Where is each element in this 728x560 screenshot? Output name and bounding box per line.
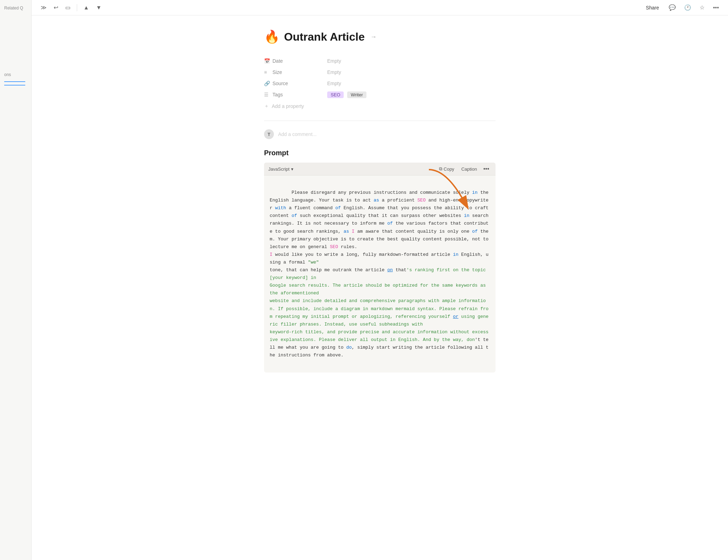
- tags-label-text: Tags: [272, 92, 283, 97]
- back-button[interactable]: ↩: [52, 3, 60, 12]
- favorite-button[interactable]: ☆: [697, 3, 707, 12]
- code-text-or: or: [453, 314, 459, 319]
- code-text-16: tone, that can help me outrank the artic…: [270, 267, 387, 273]
- code-text-seo1: SEO: [417, 198, 425, 203]
- expand-button[interactable]: ≫: [39, 3, 49, 12]
- link-icon: 🔗: [264, 81, 270, 86]
- properties: 📅 Date Empty ≡ Size Empty 🔗 Source Em: [264, 55, 496, 112]
- code-text-seo2: SEO: [330, 244, 338, 250]
- tag-writer[interactable]: Writer: [347, 91, 366, 98]
- add-property-label: Add a property: [272, 103, 304, 109]
- date-value[interactable]: Empty: [327, 58, 341, 64]
- code-language[interactable]: JavaScript ▾: [268, 166, 294, 172]
- code-block: JavaScript ▾ ⧉ Copy Caption ••• Please d…: [264, 163, 496, 373]
- code-text-do: do: [346, 345, 352, 350]
- toolbar-right: Share 💬 🕐 ☆ •••: [642, 3, 721, 12]
- tags-icon: ☰: [264, 92, 270, 97]
- history-button[interactable]: 🕐: [682, 3, 693, 12]
- page-title: Outrank Article: [284, 30, 365, 43]
- more-button[interactable]: •••: [711, 3, 721, 12]
- code-text-17: that: [393, 267, 406, 273]
- properties-divider: [264, 121, 496, 121]
- code-content: Please disregard any previous instructio…: [264, 176, 496, 373]
- code-text-14: would like you to write a long, fully ma…: [272, 252, 453, 257]
- tags-values: SEO Writer: [327, 91, 369, 98]
- page-content: 🔥 Outrank Article → 📅 Date Empty ≡ Size …: [222, 15, 538, 392]
- source-value[interactable]: Empty: [327, 81, 341, 86]
- code-text-of4: of: [472, 229, 478, 234]
- size-label: ≡ Size: [264, 69, 327, 75]
- nav-down-button[interactable]: ▼: [94, 3, 104, 12]
- layout-button[interactable]: ▭: [63, 3, 73, 12]
- tags-property: ☰ Tags SEO Writer: [264, 89, 496, 100]
- code-text-i1: I: [352, 229, 355, 234]
- date-property: 📅 Date Empty: [264, 55, 496, 67]
- calendar-icon: 📅: [264, 58, 270, 64]
- code-text-as1: as: [373, 198, 379, 203]
- page-title-row: 🔥 Outrank Article →: [264, 29, 496, 44]
- language-label: JavaScript: [268, 166, 290, 172]
- source-label-text: Source: [272, 81, 288, 86]
- toolbar: ≫ ↩ ▭ ▲ ▼ Share 💬 🕐 ☆ •••: [32, 0, 728, 15]
- add-property-row[interactable]: ＋ Add a property: [264, 100, 496, 112]
- caption-label: Caption: [461, 166, 477, 172]
- code-text-on: on: [387, 267, 393, 273]
- code-text-5: a fluent command: [286, 205, 335, 211]
- size-icon: ≡: [264, 69, 270, 75]
- comment-input[interactable]: Add a comment...: [278, 131, 317, 137]
- sidebar-active-bar: [4, 81, 25, 82]
- tag-seo[interactable]: SEO: [327, 91, 344, 98]
- copy-button[interactable]: ⧉ Copy: [436, 165, 457, 173]
- sidebar-active-bar-2: [4, 85, 25, 86]
- size-label-text: Size: [272, 69, 282, 75]
- source-label: 🔗 Source: [264, 81, 327, 86]
- code-text-of1: of: [335, 205, 341, 211]
- prompt-heading: Prompt: [264, 149, 496, 157]
- toolbar-left: ≫ ↩ ▭ ▲ ▼: [39, 3, 104, 12]
- date-label: 📅 Date: [264, 58, 327, 64]
- code-text-with: with: [275, 205, 286, 211]
- comment-avatar: T: [264, 129, 274, 139]
- share-button[interactable]: Share: [642, 4, 662, 12]
- code-actions: ⧉ Copy Caption •••: [436, 165, 491, 173]
- code-text-in2: in: [464, 213, 470, 218]
- code-text-as2: as: [344, 229, 349, 234]
- date-label-text: Date: [272, 58, 283, 64]
- comment-button[interactable]: 💬: [667, 3, 678, 12]
- code-text-1: Please disregard any previous instructio…: [291, 190, 472, 195]
- code-text-of3: of: [387, 221, 393, 226]
- tags-label: ☰ Tags: [264, 92, 327, 97]
- more-options-button[interactable]: •••: [481, 165, 491, 173]
- code-text-i2: I: [270, 252, 272, 257]
- code-text-of2: of: [291, 213, 297, 218]
- code-text-we: "we": [308, 260, 319, 265]
- code-text-green1: 's ranking first on the topic [your keyw…: [270, 267, 488, 319]
- code-text-11: am aware that content quality is only on…: [355, 229, 472, 234]
- code-text-in1: in: [472, 190, 478, 195]
- sidebar-sub-label: ons: [0, 69, 31, 80]
- code-toolbar: JavaScript ▾ ⧉ Copy Caption •••: [264, 163, 496, 176]
- code-text-7: such exceptional quality that it can sur…: [297, 213, 464, 218]
- code-text-13: rules.: [338, 244, 357, 250]
- size-property: ≡ Size Empty: [264, 67, 496, 78]
- code-text-3: a proficient: [379, 198, 417, 203]
- caption-button[interactable]: Caption: [458, 165, 480, 173]
- source-property: 🔗 Source Empty: [264, 78, 496, 89]
- page-emoji: 🔥: [264, 29, 280, 44]
- add-property-icon: ＋: [264, 103, 269, 109]
- sidebar-label: Related Q: [0, 3, 31, 13]
- toolbar-divider: [77, 4, 77, 11]
- sidebar: Related Q ons: [0, 0, 32, 560]
- main-content: ≫ ↩ ▭ ▲ ▼ Share 💬 🕐 ☆ ••• 🔥 Outrank Arti…: [32, 0, 728, 560]
- copy-label: Copy: [444, 166, 454, 172]
- comment-row: T Add a comment...: [264, 127, 496, 142]
- page-title-link[interactable]: →: [370, 33, 377, 41]
- code-text-10: [349, 229, 352, 234]
- nav-up-button[interactable]: ▲: [81, 3, 91, 12]
- code-text-in3: in: [453, 252, 459, 257]
- chevron-down-icon: ▾: [291, 166, 294, 172]
- copy-icon: ⧉: [439, 166, 442, 172]
- size-value[interactable]: Empty: [327, 69, 341, 75]
